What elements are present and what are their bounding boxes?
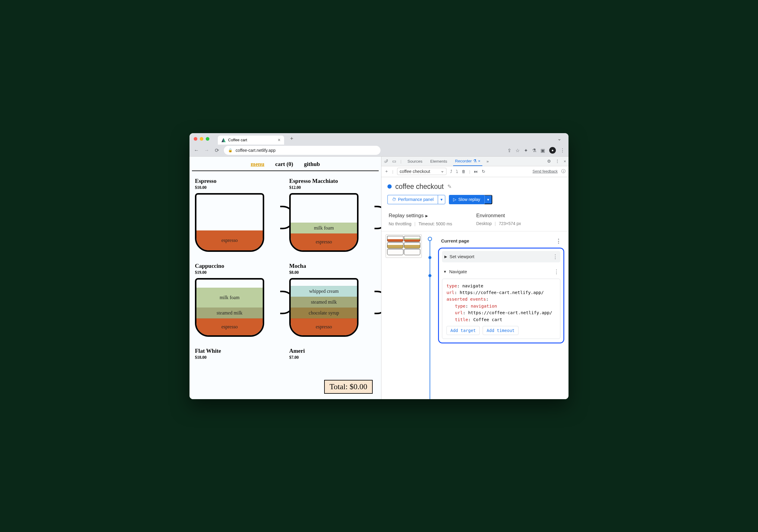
new-recording-icon[interactable]: ＋ (384, 169, 389, 174)
kebab-icon[interactable]: ⋮ (553, 253, 558, 260)
performance-panel-dropdown[interactable]: ▾ (438, 195, 445, 204)
forward-button[interactable]: → (203, 147, 210, 153)
extensions-icon[interactable]: ✦ (524, 148, 528, 153)
ingredient-layer: milk foam (291, 223, 357, 233)
ingredient-layer: espresso (291, 233, 357, 250)
product-card[interactable]: Ameri$7.00 (289, 348, 376, 360)
viewport-value: 723×574 px (499, 221, 521, 226)
product-card[interactable]: Espresso Macchiato$12.00milk foamespress… (289, 178, 376, 255)
lock-icon: 🔒 (228, 148, 232, 152)
ingredient-layer: espresso (196, 318, 263, 335)
tab-sources[interactable]: Sources (406, 157, 425, 166)
performance-panel-button[interactable]: ⏱ Performance panel (388, 195, 438, 204)
continue-icon[interactable]: ↻ (482, 169, 485, 174)
tab-elements[interactable]: Elements (429, 157, 449, 166)
replay-settings-header[interactable]: Replay settings ▸ (389, 213, 452, 219)
ingredient-layer: espresso (196, 230, 263, 250)
close-devtools-icon[interactable]: × (564, 159, 566, 164)
minimize-dot[interactable] (200, 137, 203, 141)
tabs-chevron-icon[interactable]: ⌄ (554, 136, 564, 142)
product-price: $19.00 (195, 270, 281, 275)
browser-window: Coffee cart × + ⌄ ← → ⟳ 🔒 coffee-cart.ne… (190, 133, 568, 399)
step-set-viewport[interactable]: ▶ Set viewport ⋮ (442, 251, 560, 262)
export-icon[interactable]: ⤴ (450, 169, 452, 174)
slow-replay-button[interactable]: ▷ Slow replay (449, 195, 484, 204)
recording-header: coffee checkout ✎ (381, 177, 568, 195)
panel-icon[interactable]: ▣ (540, 148, 545, 153)
product-title: Espresso (195, 178, 281, 184)
edit-name-icon[interactable]: ✎ (447, 183, 452, 190)
tab-recorder[interactable]: Recorder ⚗ × (453, 157, 482, 166)
kebab-icon[interactable]: ⋮ (554, 268, 559, 275)
add-target-button[interactable]: Add target (446, 326, 480, 335)
product-title: Flat White (195, 348, 281, 354)
close-dot[interactable] (194, 137, 197, 141)
nav-cart[interactable]: cart (0) (275, 161, 293, 168)
vue-icon (222, 138, 226, 142)
kebab-icon[interactable]: ⋮ (555, 159, 560, 164)
recording-meta: Replay settings ▸ No throttling | Timeou… (381, 209, 568, 231)
nav-menu[interactable]: menu (251, 161, 264, 168)
reload-button[interactable]: ⟳ (214, 147, 220, 154)
total-box[interactable]: Total: $0.00 (324, 380, 373, 394)
traffic-lights (194, 137, 209, 141)
url-field[interactable]: 🔒 coffee-cart.netlify.app (224, 146, 381, 155)
delete-icon[interactable]: 🗑 (462, 169, 466, 174)
address-bar: ← → ⟳ 🔒 coffee-cart.netlify.app ⇪ ☆ ✦ ⚗ … (190, 145, 568, 157)
recording-name: coffee checkout (395, 183, 444, 191)
gear-icon[interactable]: ⚙ (547, 159, 551, 164)
product-card[interactable]: Flat White$18.00 (195, 348, 281, 360)
recording-buttons: ⏱ Performance panel ▾ ▷ Slow replay ▾ (381, 195, 568, 209)
bookmark-icon[interactable]: ☆ (515, 148, 520, 153)
product-card[interactable]: Cappuccino$19.00milk foamsteamed milkesp… (195, 263, 281, 340)
step-navigate[interactable]: ▼ Navigate ⋮ (442, 266, 560, 278)
product-card[interactable]: Espresso$10.00espresso (195, 178, 281, 255)
step-thumbnail[interactable] (386, 234, 422, 258)
back-button[interactable]: ← (193, 147, 200, 153)
tab-title: Coffee cart (228, 138, 247, 142)
maximize-dot[interactable] (206, 137, 209, 141)
url-text: coffee-cart.netlify.app (236, 148, 276, 153)
device-value: Desktop (476, 221, 492, 226)
cup-icon: espresso (195, 193, 264, 252)
add-timeout-button[interactable]: Add timeout (483, 326, 519, 335)
close-tab-icon[interactable]: × (478, 159, 481, 163)
tab-close-icon[interactable]: × (278, 137, 281, 143)
device-icon[interactable]: ▭ (392, 159, 396, 164)
inspect-icon[interactable]: ⮰ (384, 159, 388, 164)
step-icon[interactable]: ⏭ (474, 169, 478, 174)
labs-icon[interactable]: ⚗ (532, 148, 536, 153)
product-price: $10.00 (195, 185, 281, 190)
ingredient-layer: chocolate syrup (291, 308, 357, 318)
timeout-value: Timeout: 5000 ms (419, 221, 452, 226)
recording-select[interactable]: coffee checkout (397, 168, 446, 175)
help-icon[interactable]: ⓘ (561, 169, 566, 174)
product-card[interactable]: Mocha$8.00whipped creamsteamed milkchoco… (289, 263, 376, 340)
slow-replay-dropdown[interactable]: ▾ (484, 195, 492, 204)
steps-card: ▶ Set viewport ⋮ ▼ Navigate ⋮ (438, 248, 564, 344)
chevron-right-icon: ▶ (444, 254, 447, 259)
total-label: Total: $0.00 (329, 382, 367, 391)
product-title: Mocha (289, 263, 376, 269)
import-icon[interactable]: ⤵ (456, 169, 458, 174)
profile-avatar[interactable]: ● (549, 147, 556, 154)
ingredient-layer: steamed milk (291, 297, 357, 308)
product-title: Espresso Macchiato (289, 178, 376, 184)
labs-icon: ⚗ (473, 158, 477, 163)
ingredient-layer: steamed milk (196, 308, 263, 318)
ingredient-layer: espresso (291, 318, 357, 335)
overflow-icon[interactable]: » (487, 159, 489, 164)
product-title: Ameri (289, 348, 376, 354)
step-body: type: navigate url: https://coffee-cart.… (442, 279, 560, 339)
share-icon[interactable]: ⇪ (507, 148, 511, 153)
nav-github[interactable]: github (304, 161, 320, 168)
browser-tab[interactable]: Coffee cart × (218, 136, 284, 145)
product-title: Cappuccino (195, 263, 281, 269)
record-indicator-icon (388, 184, 392, 188)
more-icon[interactable]: ⋮ (560, 148, 565, 153)
ingredient-layer: whipped cream (291, 286, 357, 297)
send-feedback-link[interactable]: Send feedback (533, 169, 558, 174)
new-tab-button[interactable]: + (287, 136, 297, 142)
cup-handle (374, 291, 381, 314)
kebab-icon[interactable]: ⋮ (556, 238, 561, 244)
